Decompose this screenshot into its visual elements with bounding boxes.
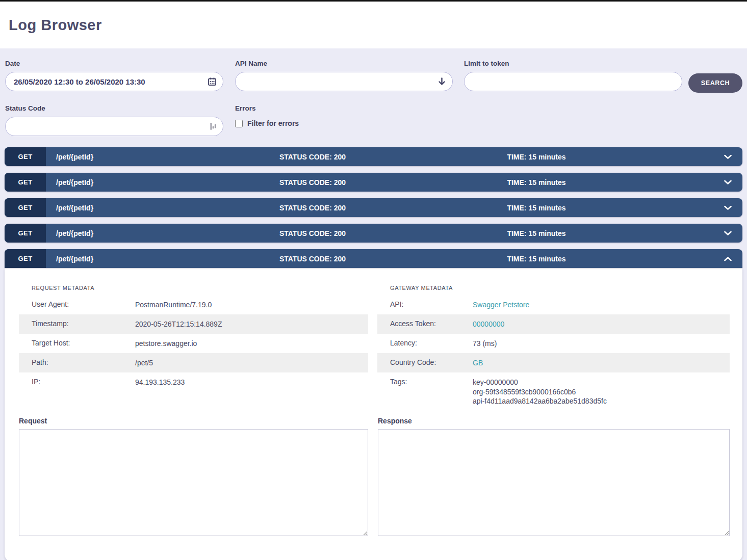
response-body-textarea[interactable] — [378, 429, 730, 536]
meta-value: PostmanRuntime/7.19.0 — [135, 300, 368, 310]
meta-label: API: — [390, 300, 473, 308]
meta-value: 94.193.135.233 — [135, 378, 368, 387]
date-range-input[interactable] — [6, 72, 223, 91]
log-entry-row[interactable]: GET /pet/{petId} STATUS CODE: 200 TIME: … — [5, 224, 742, 243]
meta-row-access-token: Access Token: 00000000 — [377, 314, 730, 334]
status-code-cell-value: 200 — [334, 204, 346, 212]
request-body-label: Request — [19, 417, 368, 425]
meta-value: 73 (ms) — [473, 339, 730, 349]
meta-row-latency: Latency: 73 (ms) — [377, 334, 730, 353]
status-code-cell-value: 200 — [334, 178, 346, 186]
time-cell: TIME: 15 minutes — [507, 178, 565, 186]
meta-row-timestamp: Timestamp: 2020-05-26T12:15:14.889Z — [19, 314, 368, 334]
meta-row-path: Path: /pet/5 — [19, 353, 368, 372]
date-label: Date — [5, 60, 223, 67]
log-entry-row[interactable]: GET /pet/{petId} STATUS CODE: 200 TIME: … — [5, 173, 742, 192]
time-cell: TIME: 15 minutes — [507, 204, 565, 212]
request-metadata-title: REQUEST METADATA — [19, 285, 368, 291]
request-metadata-table: REQUEST METADATA User Agent: PostmanRunt… — [19, 285, 368, 392]
status-code-cell: STATUS CODE: 200 — [279, 204, 346, 212]
endpoint-path: /pet/{petId} — [56, 229, 93, 237]
meta-label: User Agent: — [32, 300, 135, 308]
status-code-cell-value: 200 — [334, 255, 346, 263]
access-token-link[interactable]: 00000000 — [473, 319, 730, 329]
meta-label: Timestamp: — [32, 319, 135, 328]
meta-label: Latency: — [390, 339, 473, 347]
time-cell-value: 15 minutes — [528, 229, 565, 237]
search-button[interactable]: SEARCH — [688, 73, 742, 93]
tag-line: org-59f348559f3cb9000166c0b6 — [473, 387, 730, 397]
tag-line: key-00000000 — [473, 378, 730, 387]
endpoint-path: /pet/{petId} — [56, 255, 93, 263]
limit-to-token-input[interactable] — [465, 72, 682, 91]
api-name-select-wrap — [235, 72, 453, 91]
meta-value: petstore.swagger.io — [135, 339, 368, 349]
time-cell-value: 15 minutes — [528, 255, 565, 263]
meta-row-country-code: Country Code: GB — [377, 353, 730, 372]
limit-to-token-input-wrap — [464, 72, 682, 91]
chevron-down-icon[interactable] — [724, 180, 732, 184]
gateway-metadata-title: GATEWAY METADATA — [377, 285, 730, 291]
gateway-metadata-table: GATEWAY METADATA API: Swagger Petstore A… — [377, 285, 730, 411]
meta-row-ip: IP: 94.193.135.233 — [19, 372, 368, 392]
request-body-textarea[interactable] — [19, 429, 368, 536]
time-cell: TIME: 15 minutes — [507, 255, 565, 263]
errors-label: Errors — [235, 104, 299, 112]
meta-row-tags: Tags: key-00000000 org-59f348559f3cb9000… — [377, 372, 730, 411]
http-method-badge: GET — [5, 198, 46, 217]
country-code-link[interactable]: GB — [473, 358, 730, 368]
api-name-select[interactable] — [236, 72, 452, 91]
date-range-input-wrap — [5, 72, 223, 91]
meta-label: IP: — [32, 378, 135, 386]
status-code-cell-label: STATUS CODE: — [279, 255, 332, 263]
log-entry-row-expanded[interactable]: GET /pet/{petId} STATUS CODE: 200 TIME: … — [5, 249, 742, 268]
time-cell-label: TIME: — [507, 229, 526, 237]
status-code-cell: STATUS CODE: 200 — [279, 255, 346, 263]
filter-errors-checkbox-label[interactable]: Filter for errors — [247, 119, 299, 127]
filter-errors-checkbox[interactable] — [235, 120, 243, 127]
chevron-down-icon[interactable] — [724, 205, 732, 210]
time-cell-label: TIME: — [507, 178, 526, 186]
calendar-icon[interactable] — [208, 77, 216, 86]
status-code-cell: STATUS CODE: 200 — [279, 229, 346, 237]
time-cell-label: TIME: — [507, 153, 526, 161]
http-method-badge: GET — [5, 224, 46, 243]
meta-label: Target Host: — [32, 339, 135, 347]
log-entry-list: GET /pet/{petId} STATUS CODE: 200 TIME: … — [0, 147, 747, 560]
meta-value: /pet/5 — [135, 358, 368, 368]
http-method-badge: GET — [5, 249, 46, 268]
chevron-up-icon[interactable] — [724, 256, 732, 261]
meta-row-target-host: Target Host: petstore.swagger.io — [19, 334, 368, 353]
meta-label: Path: — [32, 358, 135, 366]
endpoint-path: /pet/{petId} — [56, 153, 93, 161]
status-code-cell-label: STATUS CODE: — [279, 229, 332, 237]
meta-label: Access Token: — [390, 319, 473, 328]
endpoint-path: /pet/{petId} — [56, 204, 93, 212]
status-code-cell-value: 200 — [334, 153, 346, 161]
tags-value: key-00000000 org-59f348559f3cb9000166c0b… — [473, 378, 730, 406]
chevron-down-icon[interactable] — [724, 154, 732, 159]
status-code-input[interactable] — [6, 117, 223, 136]
time-cell-label: TIME: — [507, 204, 526, 212]
status-code-input-wrap — [5, 117, 223, 136]
log-entry-row[interactable]: GET /pet/{petId} STATUS CODE: 200 TIME: … — [5, 147, 742, 166]
page-title: Log Browser — [9, 17, 102, 34]
endpoint-path: /pet/{petId} — [56, 178, 93, 186]
app-header: Log Browser — [0, 2, 747, 48]
meta-label: Tags: — [390, 378, 473, 386]
log-entry-row[interactable]: GET /pet/{petId} STATUS CODE: 200 TIME: … — [5, 198, 742, 217]
time-cell-label: TIME: — [507, 255, 526, 263]
meta-row-api: API: Swagger Petstore — [377, 295, 730, 314]
time-cell-value: 15 minutes — [528, 153, 565, 161]
chevron-down-icon[interactable] — [724, 231, 732, 235]
api-name-label: API Name — [235, 60, 453, 67]
http-method-badge: GET — [5, 147, 46, 166]
filter-panel: Date — [0, 48, 747, 136]
status-code-cell-value: 200 — [334, 229, 346, 237]
api-link[interactable]: Swagger Petstore — [473, 300, 730, 310]
meta-label: Country Code: — [390, 358, 473, 366]
status-code-cell-label: STATUS CODE: — [279, 204, 332, 212]
limit-to-token-label: Limit to token — [464, 60, 682, 67]
status-code-label: Status Code — [5, 104, 223, 112]
down-arrow-icon[interactable] — [438, 77, 446, 86]
